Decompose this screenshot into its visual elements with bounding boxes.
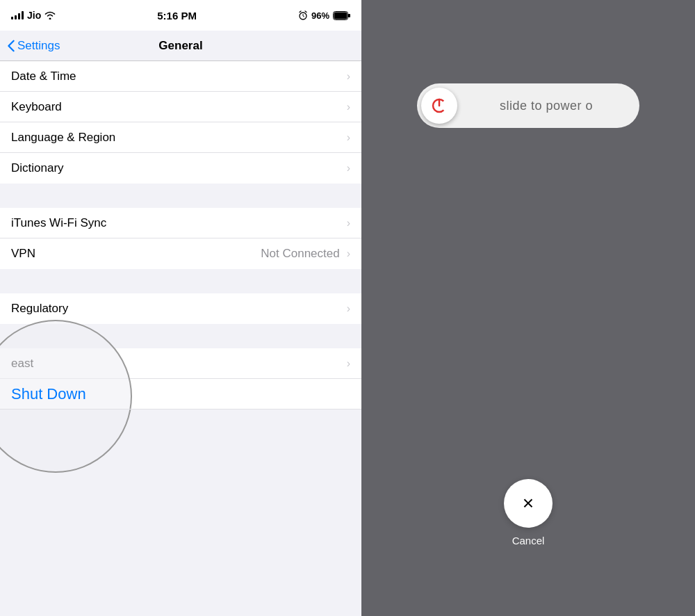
back-button[interactable]: Settings [7,39,60,53]
chevron-right-icon: › [347,131,350,144]
cancel-container: × Cancel [504,479,553,546]
back-label: Settings [17,39,60,53]
battery-percent: 96% [311,10,329,21]
chevron-right-icon: › [347,162,350,175]
status-bar-left: Jio [11,10,56,21]
wifi-icon [44,11,56,19]
row-value: Not Connected [261,247,339,261]
carrier-label: Jio [27,10,41,21]
cancel-label: Cancel [512,535,545,546]
list-item[interactable]: iTunes Wi-Fi Sync › [0,208,361,238]
row-label: iTunes Wi-Fi Sync [11,216,344,230]
reset-row[interactable]: ​east › [0,348,361,379]
status-bar-right: 96% [298,10,350,21]
chevron-left-icon [7,40,15,52]
settings-group-1: Date & Time › Keyboard › Language & Regi… [0,61,361,184]
list-item[interactable]: VPN Not Connected › [0,238,361,269]
settings-group-reset: ​east › [0,348,361,379]
svg-rect-2 [348,14,350,17]
slider-text: slide to power o [457,99,635,113]
settings-separator [0,324,361,348]
chevron-right-icon: › [347,357,350,370]
settings-list: Date & Time › Keyboard › Language & Regi… [0,61,361,616]
shutdown-label: Shut Down [11,385,86,403]
reset-label: ​east [11,357,344,371]
power-slider[interactable]: slide to power o [417,83,639,128]
settings-separator [0,184,361,208]
battery-icon [333,11,350,20]
shutdown-area: Shut Down [0,379,361,410]
chevron-right-icon: › [347,302,350,315]
list-item[interactable]: Language & Region › [0,122,361,153]
slider-thumb [421,88,457,124]
chevron-right-icon: › [347,217,350,229]
row-label: Language & Region [11,131,344,145]
chevron-right-icon: › [347,70,350,83]
nav-bar: Settings General [0,31,361,61]
list-item[interactable]: Keyboard › [0,92,361,122]
list-item[interactable]: Dictionary › [0,153,361,184]
chevron-right-icon: › [347,101,350,113]
settings-group-2: iTunes Wi-Fi Sync › VPN Not Connected › [0,208,361,269]
alarm-icon [298,10,308,20]
settings-group-3: Regulatory › [0,293,361,324]
row-label: Dictionary [11,161,344,175]
power-icon [430,96,449,115]
signal-bars-icon [11,11,24,19]
shutdown-row[interactable]: Shut Down [0,379,361,410]
svg-rect-3 [334,12,348,19]
row-label: VPN [11,247,261,261]
list-item[interactable]: Regulatory › [0,293,361,324]
cancel-button[interactable]: × [504,479,553,528]
status-bar-time: 5:16 PM [157,10,197,22]
row-label: Regulatory [11,302,344,316]
row-label: Keyboard [11,100,344,114]
right-panel: slide to power o × Cancel [361,0,695,616]
cancel-icon: × [523,494,534,513]
status-bar: Jio 5:16 PM 96% [0,0,361,31]
left-panel: Jio 5:16 PM 96% [0,0,361,616]
chevron-right-icon: › [347,248,350,260]
settings-separator [0,269,361,293]
page-title: General [158,39,202,53]
row-label: Date & Time [11,70,344,83]
list-item[interactable]: Date & Time › [0,61,361,92]
